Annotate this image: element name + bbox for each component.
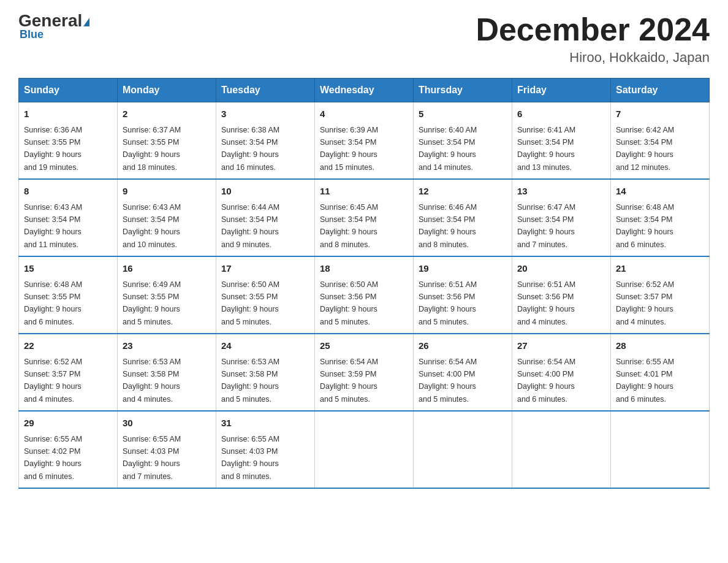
day-cell: 1 Sunrise: 6:36 AMSunset: 3:55 PMDayligh… <box>19 102 118 180</box>
location: Hiroo, Hokkaido, Japan <box>476 50 710 66</box>
day-cell: 23 Sunrise: 6:53 AMSunset: 3:58 PMDaylig… <box>118 334 216 411</box>
day-cell: 4 Sunrise: 6:39 AMSunset: 3:54 PMDayligh… <box>315 102 414 180</box>
day-info: Sunrise: 6:46 AMSunset: 3:54 PMDaylight:… <box>419 203 477 249</box>
day-info: Sunrise: 6:49 AMSunset: 3:55 PMDaylight:… <box>123 280 181 326</box>
month-title: December 2024 <box>476 12 710 47</box>
day-number: 24 <box>221 339 309 353</box>
day-cell: 10 Sunrise: 6:44 AMSunset: 3:54 PMDaylig… <box>216 179 315 256</box>
day-cell: 25 Sunrise: 6:54 AMSunset: 3:59 PMDaylig… <box>315 334 414 411</box>
day-cell <box>512 411 611 488</box>
day-number: 19 <box>419 262 507 276</box>
day-info: Sunrise: 6:54 AMSunset: 4:00 PMDaylight:… <box>517 358 575 404</box>
day-number: 31 <box>221 416 309 431</box>
day-cell: 13 Sunrise: 6:47 AMSunset: 3:54 PMDaylig… <box>512 179 611 256</box>
day-cell: 8 Sunrise: 6:43 AMSunset: 3:54 PMDayligh… <box>19 179 118 256</box>
calendar-header: SundayMondayTuesdayWednesdayThursdayFrid… <box>19 79 710 102</box>
day-cell: 26 Sunrise: 6:54 AMSunset: 4:00 PMDaylig… <box>414 334 512 411</box>
day-cell <box>315 411 414 488</box>
logo-triangle-icon <box>83 18 89 26</box>
day-info: Sunrise: 6:41 AMSunset: 3:54 PMDaylight:… <box>517 126 575 172</box>
title-block: December 2024 Hiroo, Hokkaido, Japan <box>476 12 710 66</box>
day-number: 10 <box>221 185 309 199</box>
day-cell: 15 Sunrise: 6:48 AMSunset: 3:55 PMDaylig… <box>19 256 118 334</box>
day-number: 9 <box>123 185 211 199</box>
day-cell: 17 Sunrise: 6:50 AMSunset: 3:55 PMDaylig… <box>216 256 315 334</box>
day-cell: 18 Sunrise: 6:50 AMSunset: 3:56 PMDaylig… <box>315 256 414 334</box>
day-cell: 14 Sunrise: 6:48 AMSunset: 3:54 PMDaylig… <box>611 179 710 256</box>
logo: General Blue <box>18 12 89 41</box>
day-number: 27 <box>517 339 605 353</box>
page-header: General Blue December 2024 Hiroo, Hokkai… <box>18 12 710 66</box>
day-number: 28 <box>616 339 704 353</box>
logo-bottom: Blue <box>20 28 44 41</box>
day-cell: 9 Sunrise: 6:43 AMSunset: 3:54 PMDayligh… <box>118 179 216 256</box>
header-row: SundayMondayTuesdayWednesdayThursdayFrid… <box>19 79 710 102</box>
day-info: Sunrise: 6:48 AMSunset: 3:55 PMDaylight:… <box>24 280 82 326</box>
day-cell: 21 Sunrise: 6:52 AMSunset: 3:57 PMDaylig… <box>611 256 710 334</box>
day-number: 21 <box>616 262 704 276</box>
day-cell: 16 Sunrise: 6:49 AMSunset: 3:55 PMDaylig… <box>118 256 216 334</box>
day-info: Sunrise: 6:43 AMSunset: 3:54 PMDaylight:… <box>123 203 181 249</box>
day-info: Sunrise: 6:55 AMSunset: 4:03 PMDaylight:… <box>221 435 279 481</box>
header-thursday: Thursday <box>414 79 512 102</box>
day-cell: 22 Sunrise: 6:52 AMSunset: 3:57 PMDaylig… <box>19 334 118 411</box>
day-info: Sunrise: 6:53 AMSunset: 3:58 PMDaylight:… <box>221 358 279 404</box>
day-cell: 29 Sunrise: 6:55 AMSunset: 4:02 PMDaylig… <box>19 411 118 488</box>
day-cell: 30 Sunrise: 6:55 AMSunset: 4:03 PMDaylig… <box>118 411 216 488</box>
day-cell: 6 Sunrise: 6:41 AMSunset: 3:54 PMDayligh… <box>512 102 611 180</box>
week-row-3: 15 Sunrise: 6:48 AMSunset: 3:55 PMDaylig… <box>19 256 710 334</box>
calendar-table: SundayMondayTuesdayWednesdayThursdayFrid… <box>18 78 710 489</box>
day-info: Sunrise: 6:51 AMSunset: 3:56 PMDaylight:… <box>419 280 477 326</box>
week-row-2: 8 Sunrise: 6:43 AMSunset: 3:54 PMDayligh… <box>19 179 710 256</box>
day-number: 25 <box>320 339 408 353</box>
day-number: 23 <box>123 339 211 353</box>
day-info: Sunrise: 6:51 AMSunset: 3:56 PMDaylight:… <box>517 280 575 326</box>
day-info: Sunrise: 6:39 AMSunset: 3:54 PMDaylight:… <box>320 126 378 172</box>
day-info: Sunrise: 6:37 AMSunset: 3:55 PMDaylight:… <box>123 126 181 172</box>
day-number: 30 <box>123 416 211 431</box>
day-info: Sunrise: 6:52 AMSunset: 3:57 PMDaylight:… <box>616 280 674 326</box>
day-number: 11 <box>320 185 408 199</box>
day-cell <box>611 411 710 488</box>
day-info: Sunrise: 6:44 AMSunset: 3:54 PMDaylight:… <box>221 203 279 249</box>
day-info: Sunrise: 6:45 AMSunset: 3:54 PMDaylight:… <box>320 203 378 249</box>
day-number: 26 <box>419 339 507 353</box>
day-number: 6 <box>517 107 605 121</box>
day-number: 1 <box>24 107 112 121</box>
day-number: 5 <box>419 107 507 121</box>
day-cell: 19 Sunrise: 6:51 AMSunset: 3:56 PMDaylig… <box>414 256 512 334</box>
day-info: Sunrise: 6:54 AMSunset: 4:00 PMDaylight:… <box>419 358 477 404</box>
day-cell: 28 Sunrise: 6:55 AMSunset: 4:01 PMDaylig… <box>611 334 710 411</box>
header-sunday: Sunday <box>19 79 118 102</box>
day-info: Sunrise: 6:50 AMSunset: 3:55 PMDaylight:… <box>221 280 279 326</box>
week-row-1: 1 Sunrise: 6:36 AMSunset: 3:55 PMDayligh… <box>19 102 710 180</box>
day-number: 14 <box>616 185 704 199</box>
day-cell <box>414 411 512 488</box>
day-info: Sunrise: 6:47 AMSunset: 3:54 PMDaylight:… <box>517 203 575 249</box>
header-monday: Monday <box>118 79 216 102</box>
day-cell: 24 Sunrise: 6:53 AMSunset: 3:58 PMDaylig… <box>216 334 315 411</box>
day-info: Sunrise: 6:54 AMSunset: 3:59 PMDaylight:… <box>320 358 378 404</box>
calendar-body: 1 Sunrise: 6:36 AMSunset: 3:55 PMDayligh… <box>19 102 710 489</box>
day-number: 15 <box>24 262 112 276</box>
day-info: Sunrise: 6:55 AMSunset: 4:03 PMDaylight:… <box>123 435 181 481</box>
day-number: 29 <box>24 416 112 431</box>
day-info: Sunrise: 6:36 AMSunset: 3:55 PMDaylight:… <box>24 126 82 172</box>
day-info: Sunrise: 6:40 AMSunset: 3:54 PMDaylight:… <box>419 126 477 172</box>
day-info: Sunrise: 6:42 AMSunset: 3:54 PMDaylight:… <box>616 126 674 172</box>
week-row-5: 29 Sunrise: 6:55 AMSunset: 4:02 PMDaylig… <box>19 411 710 488</box>
day-cell: 12 Sunrise: 6:46 AMSunset: 3:54 PMDaylig… <box>414 179 512 256</box>
header-saturday: Saturday <box>611 79 710 102</box>
day-number: 16 <box>123 262 211 276</box>
day-cell: 7 Sunrise: 6:42 AMSunset: 3:54 PMDayligh… <box>611 102 710 180</box>
day-cell: 27 Sunrise: 6:54 AMSunset: 4:00 PMDaylig… <box>512 334 611 411</box>
day-info: Sunrise: 6:53 AMSunset: 3:58 PMDaylight:… <box>123 358 181 404</box>
day-info: Sunrise: 6:48 AMSunset: 3:54 PMDaylight:… <box>616 203 674 249</box>
day-number: 3 <box>221 107 309 121</box>
day-cell: 3 Sunrise: 6:38 AMSunset: 3:54 PMDayligh… <box>216 102 315 180</box>
day-number: 17 <box>221 262 309 276</box>
week-row-4: 22 Sunrise: 6:52 AMSunset: 3:57 PMDaylig… <box>19 334 710 411</box>
day-cell: 2 Sunrise: 6:37 AMSunset: 3:55 PMDayligh… <box>118 102 216 180</box>
day-cell: 5 Sunrise: 6:40 AMSunset: 3:54 PMDayligh… <box>414 102 512 180</box>
day-info: Sunrise: 6:55 AMSunset: 4:02 PMDaylight:… <box>24 435 82 481</box>
